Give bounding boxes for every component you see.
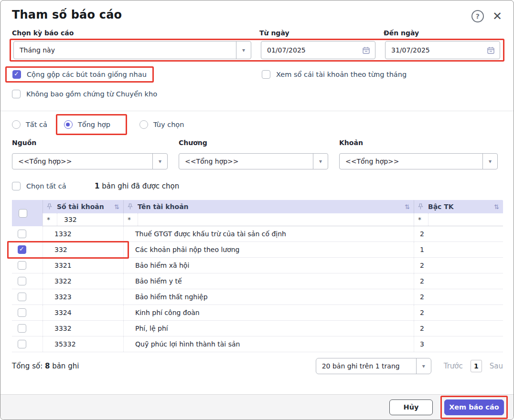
row-name: Thuế GTGT được khấu trừ của tài sản cố đ…	[123, 226, 414, 242]
chevron-down-icon[interactable]: ▾	[313, 154, 328, 169]
table-row[interactable]: 332 Các khoản phải nộp theo lương 1	[12, 242, 503, 258]
chapter-select[interactable]: <<Tổng hợp>> ▾	[179, 153, 328, 169]
chevron-down-icon[interactable]: ▾	[152, 154, 167, 169]
pin-icon[interactable]	[128, 203, 133, 210]
radio-summary[interactable]: Tổng hợp	[64, 120, 110, 129]
column-header-account[interactable]: Số tài khoản ⇅	[43, 200, 123, 213]
radio-all-control[interactable]	[12, 120, 21, 129]
report-params-dialog: Tham số báo cáo ? ✕ Chọn kỳ báo cáo Từ n…	[0, 0, 514, 420]
table-header: Số tài khoản ⇅ Tên tài khoản ⇅	[12, 200, 503, 226]
source-select[interactable]: <<Tổng hợp>> ▾	[12, 153, 168, 169]
radio-all-label: Tất cả	[26, 121, 47, 128]
source-select-value: <<Tổng hợp>>	[12, 158, 152, 165]
filter-operator-icon[interactable]: *	[128, 213, 138, 226]
checkbox-row-2: Không bao gồm chứng từ Chuyển kho	[12, 90, 502, 98]
column-header-account-label: Số tài khoản	[57, 203, 104, 210]
row-checkbox[interactable]	[18, 230, 26, 238]
to-date-label: Đến ngày	[384, 29, 499, 37]
period-labels-row: Chọn kỳ báo cáo Từ ngày Đến ngày	[12, 29, 502, 37]
dialog-footer: Hủy Xem báo cáo	[0, 394, 514, 420]
row-account: 3321	[43, 258, 123, 273]
row-account: 332	[43, 242, 123, 257]
row-checkbox[interactable]	[18, 261, 26, 270]
accounts-table: Số tài khoản ⇅ Tên tài khoản ⇅	[12, 200, 503, 352]
row-level: 3	[414, 336, 503, 352]
chevron-down-icon[interactable]: ▾	[236, 42, 251, 59]
radio-custom-control[interactable]	[139, 120, 148, 129]
view-report-button[interactable]: Xem báo cáo	[444, 399, 504, 415]
chevron-down-icon[interactable]: ▾	[482, 154, 497, 169]
row-name: Bảo hiểm y tế	[123, 273, 414, 289]
row-name: Kinh phí công đoàn	[123, 305, 414, 320]
from-date-label: Từ ngày	[259, 29, 374, 37]
item-select[interactable]: <<Tổng hợp>> ▾	[339, 153, 498, 169]
calendar-icon[interactable]	[487, 46, 495, 54]
row-account: 3322	[43, 273, 123, 289]
radio-summary-control[interactable]	[64, 120, 73, 129]
filter-cell-account[interactable]: * 332	[43, 213, 123, 226]
table-row[interactable]: 3323 Bảo hiểm thất nghiệp 2	[12, 289, 503, 305]
sort-icon[interactable]: ⇅	[405, 203, 410, 210]
calendar-icon[interactable]	[362, 46, 370, 54]
table-row[interactable]: 3321 Bảo hiểm xã hội 2	[12, 258, 503, 273]
row-level: 2	[414, 289, 503, 304]
sort-icon[interactable]: ⇅	[114, 203, 119, 210]
pin-icon[interactable]	[418, 203, 423, 210]
select-all-checkbox[interactable]	[12, 182, 21, 190]
radio-all[interactable]: Tất cả	[12, 120, 47, 129]
row-checkbox[interactable]	[18, 324, 26, 333]
merge-checkbox-item[interactable]: Cộng gộp các bút toán giống nhau	[12, 70, 147, 79]
scope-radio-group: Tất cả Tổng hợp Tùy chọn	[12, 119, 502, 130]
row-name: Các khoản phải nộp theo lương	[123, 242, 414, 257]
row-checkbox[interactable]	[18, 293, 26, 301]
to-date-value: 31/07/2025	[386, 46, 487, 54]
exclude-transfer-checkbox-item[interactable]: Không bao gồm chứng từ Chuyển kho	[12, 90, 157, 98]
select-all-item[interactable]: Chọn tất cả	[12, 182, 95, 190]
column-header-name[interactable]: Tên tài khoản ⇅	[123, 200, 414, 213]
monthly-checkbox[interactable]	[262, 70, 270, 79]
merge-checkbox[interactable]	[12, 70, 21, 79]
next-page-button[interactable]: Sau	[490, 362, 503, 370]
row-level: 1	[414, 242, 503, 257]
item-select-value: <<Tổng hợp>>	[340, 158, 482, 165]
row-name: Quỹ phúc lợi hình thành tài sản	[123, 336, 414, 352]
filter-operator-icon[interactable]: *	[47, 213, 57, 226]
select-all-label: Chọn tất cả	[26, 182, 66, 190]
column-header-level[interactable]: Bậc TK ⇅	[414, 200, 503, 213]
table-row[interactable]: 35332 Quỹ phúc lợi hình thành tài sản 3	[12, 336, 503, 352]
sort-icon[interactable]: ⇅	[494, 203, 499, 210]
table-row[interactable]: 1332 Thuế GTGT được khấu trừ của tài sản…	[12, 226, 503, 242]
exclude-transfer-checkbox[interactable]	[12, 90, 21, 98]
current-page-number[interactable]: 1	[471, 360, 482, 372]
filter-account-value[interactable]: 332	[64, 216, 77, 223]
period-select[interactable]: Tháng này ▾	[13, 41, 251, 59]
table-row[interactable]: 3322 Bảo hiểm y tế 2	[12, 273, 503, 289]
filter-cell-level[interactable]: *	[414, 213, 503, 226]
row-checkbox[interactable]	[18, 245, 26, 254]
annotation-summary-radio: Tổng hợp	[56, 114, 127, 135]
annotation-merge-checkbox: Cộng gộp các bút toán giống nhau	[5, 66, 154, 83]
cancel-button[interactable]: Hủy	[389, 399, 433, 415]
close-icon[interactable]: ✕	[493, 10, 502, 22]
filter-operator-icon[interactable]: *	[418, 213, 428, 226]
row-checkbox[interactable]	[18, 340, 26, 348]
header-select-all-checkbox[interactable]	[19, 209, 27, 218]
help-icon[interactable]: ?	[471, 10, 484, 22]
row-account: 3323	[43, 289, 123, 304]
pin-icon[interactable]	[47, 203, 52, 210]
from-date-input[interactable]: 01/07/2025	[261, 41, 375, 59]
to-date-input[interactable]: 31/07/2025	[385, 41, 500, 59]
filter-cell-name[interactable]: *	[123, 213, 414, 226]
select-all-row: Chọn tất cả 1 bản ghi đã được chọn	[12, 182, 502, 190]
table-row[interactable]: 3324 Kinh phí công đoàn 2	[12, 305, 503, 321]
chevron-down-icon[interactable]: ▾	[416, 358, 431, 374]
table-row[interactable]: 3332 Phí, lệ phí 2	[12, 321, 503, 336]
annotation-submit-button: Xem báo cáo	[440, 396, 508, 419]
row-checkbox[interactable]	[18, 277, 26, 285]
item-label: Khoản	[339, 139, 498, 147]
page-size-select[interactable]: 20 bản ghi trên 1 trang ▾	[316, 358, 431, 374]
radio-custom[interactable]: Tùy chọn	[139, 120, 184, 129]
row-checkbox[interactable]	[18, 308, 26, 317]
prev-page-button[interactable]: Trước	[444, 362, 463, 370]
monthly-checkbox-item[interactable]: Xem sổ cái tài khoản theo từng tháng	[262, 70, 407, 79]
